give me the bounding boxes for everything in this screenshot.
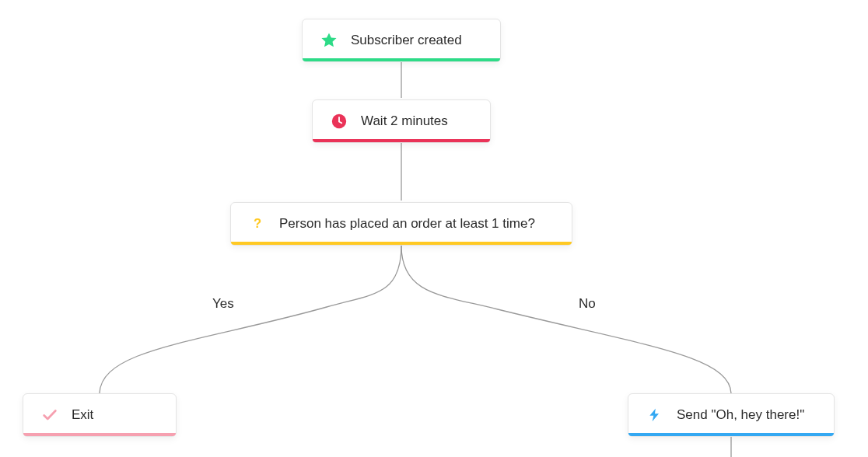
condition-label: Person has placed an order at least 1 ti… bbox=[279, 216, 535, 232]
wait-accent bbox=[313, 139, 490, 142]
condition-accent bbox=[231, 242, 572, 245]
send-label: Send "Oh, hey there!" bbox=[677, 407, 804, 423]
exit-label: Exit bbox=[72, 407, 93, 423]
bolt-icon bbox=[646, 406, 664, 424]
check-icon bbox=[40, 406, 59, 424]
workflow-canvas: Yes No Subscriber created Wait 2 minutes… bbox=[0, 0, 868, 457]
star-icon bbox=[320, 31, 338, 50]
wait-label: Wait 2 minutes bbox=[361, 113, 448, 129]
question-icon: ? bbox=[248, 215, 267, 233]
condition-node[interactable]: ? Person has placed an order at least 1 … bbox=[230, 202, 572, 246]
wait-node[interactable]: Wait 2 minutes bbox=[312, 99, 491, 143]
svg-text:?: ? bbox=[254, 216, 261, 231]
send-node[interactable]: Send "Oh, hey there!" bbox=[628, 393, 835, 437]
exit-node[interactable]: Exit bbox=[23, 393, 177, 437]
trigger-label: Subscriber created bbox=[351, 33, 462, 48]
send-accent bbox=[628, 433, 834, 436]
trigger-node[interactable]: Subscriber created bbox=[302, 19, 501, 62]
trigger-accent bbox=[303, 58, 500, 61]
branch-label-yes: Yes bbox=[212, 296, 234, 312]
exit-accent bbox=[23, 433, 176, 436]
clock-icon bbox=[330, 112, 348, 131]
branch-label-no: No bbox=[579, 296, 596, 312]
